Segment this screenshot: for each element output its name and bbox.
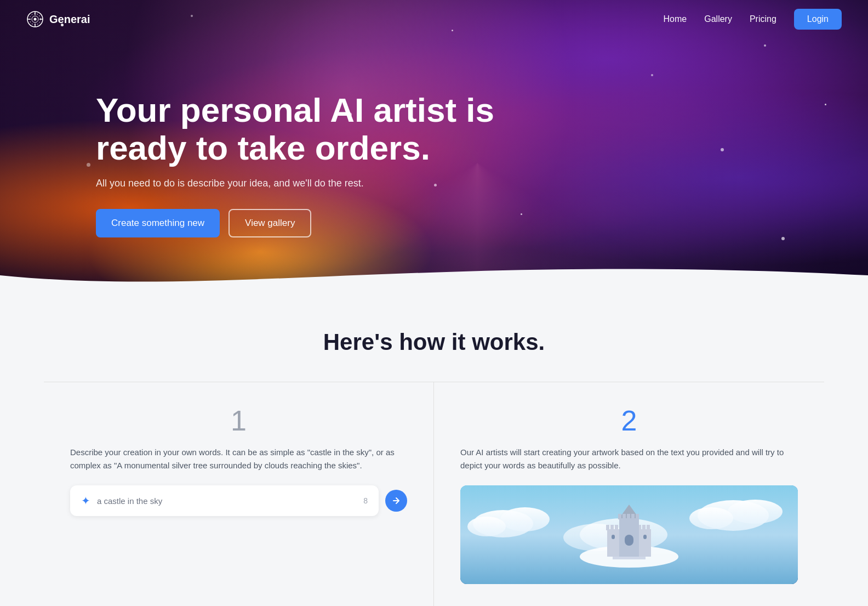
svg-rect-26 — [647, 525, 650, 530]
svg-point-11 — [467, 517, 506, 536]
step-1-input-text: a castle in the sky — [97, 496, 357, 506]
svg-rect-29 — [618, 514, 621, 519]
login-button[interactable]: Login — [794, 9, 842, 30]
svg-point-3 — [34, 18, 37, 21]
submit-arrow-button[interactable] — [385, 490, 407, 512]
how-it-works-section: Here's how it works. 1 Describe your cre… — [0, 296, 868, 606]
sparkle-icon: ✦ — [81, 494, 90, 507]
svg-rect-36 — [643, 535, 647, 539]
hero-subtitle: All you need to do is describe your idea… — [96, 178, 507, 189]
navbar: Generai Home Gallery Pricing Login — [0, 0, 868, 38]
step-2-image-inner — [460, 485, 798, 584]
star-4 — [764, 44, 766, 47]
svg-rect-32 — [631, 514, 635, 519]
svg-rect-31 — [627, 514, 630, 519]
step-2-number: 2 — [460, 404, 798, 437]
step-2: 2 Our AI artists will start creating you… — [434, 382, 824, 606]
hero-title: Your personal AI artist is ready to take… — [96, 92, 507, 166]
step-1-input-count: 8 — [363, 496, 368, 505]
svg-point-10 — [500, 507, 550, 531]
svg-rect-23 — [615, 525, 618, 530]
star-11 — [825, 104, 826, 105]
step-1-description: Describe your creation in your own words… — [70, 446, 407, 472]
star-9 — [781, 237, 785, 240]
svg-rect-25 — [642, 525, 646, 530]
step-1-input-container: ✦ a castle in the sky 8 — [70, 485, 379, 516]
steps-grid: 1 Describe your creation in your own wor… — [44, 382, 824, 606]
hero-content: Your personal AI artist is ready to take… — [0, 59, 603, 237]
hero-wave — [0, 253, 868, 296]
svg-rect-34 — [625, 535, 633, 546]
nav-pricing[interactable]: Pricing — [750, 14, 776, 24]
nav-links: Home Gallery Pricing Login — [664, 9, 842, 30]
hero-buttons: Create something new View gallery — [96, 209, 507, 237]
arrow-right-icon — [391, 496, 401, 506]
castle-scene — [460, 485, 798, 584]
star-3 — [721, 148, 724, 151]
svg-rect-33 — [636, 514, 639, 519]
svg-rect-22 — [610, 525, 614, 530]
svg-point-13 — [728, 500, 783, 524]
hero-section: Your personal AI artist is ready to take… — [0, 0, 868, 296]
brand-logo[interactable]: Generai — [26, 10, 90, 28]
create-something-new-button[interactable]: Create something new — [96, 209, 220, 237]
svg-point-14 — [689, 507, 733, 529]
view-gallery-button[interactable]: View gallery — [229, 209, 311, 237]
section-title: Here's how it works. — [44, 329, 824, 355]
step-2-description: Our AI artists will start creating your … — [460, 446, 798, 472]
step-1-number: 1 — [70, 404, 407, 437]
star-8 — [651, 74, 653, 76]
svg-rect-21 — [606, 525, 609, 530]
svg-rect-35 — [612, 535, 615, 539]
step-1-input-row: ✦ a castle in the sky 8 — [70, 485, 407, 516]
brand-name: Generai — [49, 13, 90, 26]
step-2-image — [460, 485, 798, 584]
nav-home[interactable]: Home — [664, 14, 687, 24]
svg-rect-30 — [623, 514, 626, 519]
svg-rect-20 — [639, 529, 651, 557]
logo-icon — [26, 10, 44, 28]
step-1: 1 Describe your creation in your own wor… — [44, 382, 434, 606]
nav-gallery[interactable]: Gallery — [704, 14, 732, 24]
svg-rect-19 — [607, 529, 619, 557]
